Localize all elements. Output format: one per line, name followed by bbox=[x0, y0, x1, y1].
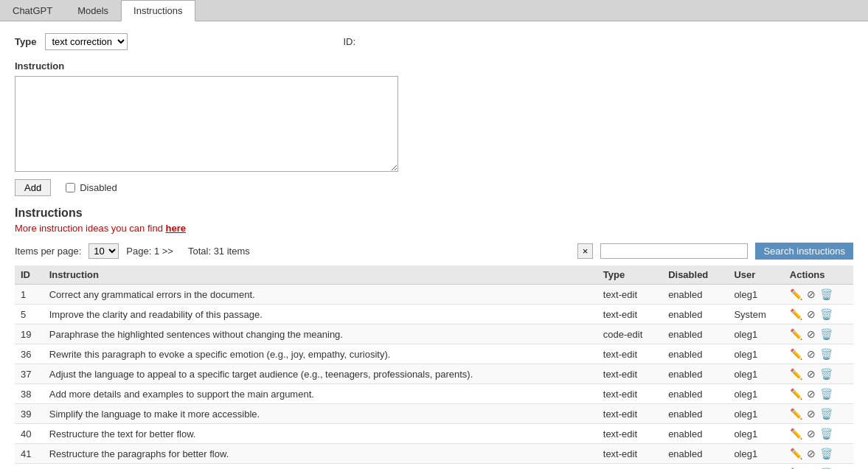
type-row: Type text correctioncode-edittext-edit I… bbox=[15, 33, 853, 50]
instructions-heading: Instructions bbox=[15, 206, 853, 220]
cell-type: text-edit bbox=[597, 444, 662, 464]
col-header-actions: Actions bbox=[784, 265, 853, 285]
cell-user: oleg1 bbox=[728, 384, 783, 404]
cell-user: oleg1 bbox=[728, 344, 783, 364]
page-info: Page: 1 >> bbox=[126, 246, 173, 257]
edit-icon[interactable]: ✏️ bbox=[790, 308, 802, 320]
cell-type: text-edit bbox=[597, 344, 662, 364]
table-row: 36Rewrite this paragraph to evoke a spec… bbox=[15, 344, 853, 364]
edit-icon[interactable]: ✏️ bbox=[790, 348, 802, 360]
cell-instruction: Improve the clarity and readability of t… bbox=[44, 305, 597, 324]
table-row: 40Restructure the text for better flow.t… bbox=[15, 424, 853, 444]
cell-instruction: Restructure the text for better flow. bbox=[44, 424, 597, 444]
delete-icon[interactable]: 🗑️ bbox=[820, 448, 833, 459]
delete-icon[interactable]: 🗑️ bbox=[820, 308, 833, 320]
cell-id: 19 bbox=[15, 324, 44, 344]
delete-icon[interactable]: 🗑️ bbox=[820, 288, 833, 300]
edit-icon[interactable]: ✏️ bbox=[790, 368, 802, 380]
col-header-type: Type bbox=[597, 265, 662, 285]
cell-user: oleg1 bbox=[728, 444, 783, 464]
main-content: Type text correctioncode-edittext-edit I… bbox=[0, 21, 868, 469]
cell-user: oleg1 bbox=[728, 285, 783, 305]
table-row: 41Restructure the paragraphs for better … bbox=[15, 444, 853, 464]
cell-disabled: enabled bbox=[662, 324, 728, 344]
type-select[interactable]: text correctioncode-edittext-edit bbox=[45, 33, 128, 50]
items-per-page-label: Items per page: bbox=[15, 246, 81, 257]
disable-icon[interactable]: ⊘ bbox=[807, 328, 816, 340]
add-button[interactable]: Add bbox=[15, 179, 51, 196]
edit-icon[interactable]: ✏️ bbox=[790, 328, 802, 340]
tab-chatgpt[interactable]: ChatGPT bbox=[0, 0, 65, 21]
cell-id: 5 bbox=[15, 305, 44, 324]
cell-disabled: enabled bbox=[662, 285, 728, 305]
col-header-disabled: Disabled bbox=[662, 265, 728, 285]
tab-instructions[interactable]: Instructions bbox=[121, 0, 195, 21]
delete-icon[interactable]: 🗑️ bbox=[820, 348, 833, 360]
table-row: 38Add more details and examples to suppo… bbox=[15, 384, 853, 404]
id-label: ID: bbox=[343, 36, 355, 47]
delete-icon[interactable]: 🗑️ bbox=[820, 408, 833, 420]
cell-user: oleg1 bbox=[728, 464, 783, 470]
edit-icon[interactable]: ✏️ bbox=[790, 408, 802, 420]
cell-id: 42 bbox=[15, 464, 44, 470]
cell-type: text-edit bbox=[597, 384, 662, 404]
search-input[interactable] bbox=[600, 243, 748, 259]
cell-type: text-edit bbox=[597, 305, 662, 324]
table-row: 37Adjust the language to appeal to a spe… bbox=[15, 364, 853, 384]
cell-actions: ✏️ ⊘ 🗑️ bbox=[784, 404, 853, 424]
col-header-id: ID bbox=[15, 265, 44, 285]
cell-user: System bbox=[728, 305, 783, 324]
instructions-table: IDInstructionTypeDisabledUserActions 1Co… bbox=[15, 265, 853, 469]
cell-type: text-edit bbox=[597, 404, 662, 424]
cell-instruction: Replace repetitive words and phrases. bbox=[44, 464, 597, 470]
cell-instruction: Simplify the language to make it more ac… bbox=[44, 404, 597, 424]
cell-id: 39 bbox=[15, 404, 44, 424]
disabled-checkbox[interactable] bbox=[66, 183, 75, 192]
cell-id: 38 bbox=[15, 384, 44, 404]
cell-disabled: enabled bbox=[662, 464, 728, 470]
disable-icon[interactable]: ⊘ bbox=[807, 448, 816, 459]
col-header-instruction: Instruction bbox=[44, 265, 597, 285]
search-clear-button[interactable]: × bbox=[577, 243, 594, 259]
cell-disabled: enabled bbox=[662, 305, 728, 324]
cell-instruction: Add more details and examples to support… bbox=[44, 384, 597, 404]
disable-icon[interactable]: ⊘ bbox=[807, 348, 816, 360]
cell-user: oleg1 bbox=[728, 364, 783, 384]
cell-instruction: Rewrite this paragraph to evoke a specif… bbox=[44, 344, 597, 364]
edit-icon[interactable]: ✏️ bbox=[790, 288, 802, 300]
delete-icon[interactable]: 🗑️ bbox=[820, 388, 833, 400]
cell-disabled: enabled bbox=[662, 364, 728, 384]
cell-type: text-edit bbox=[597, 424, 662, 444]
disable-icon[interactable]: ⊘ bbox=[807, 308, 816, 320]
cell-id: 1 bbox=[15, 285, 44, 305]
disable-icon[interactable]: ⊘ bbox=[807, 288, 816, 300]
table-row: 1Correct any grammatical errors in the d… bbox=[15, 285, 853, 305]
edit-icon[interactable]: ✏️ bbox=[790, 448, 802, 459]
edit-icon[interactable]: ✏️ bbox=[790, 428, 802, 440]
cell-id: 37 bbox=[15, 364, 44, 384]
more-link[interactable]: here bbox=[166, 223, 186, 234]
cell-user: oleg1 bbox=[728, 424, 783, 444]
items-per-page-select[interactable]: 102550 bbox=[88, 243, 119, 259]
tab-models[interactable]: Models bbox=[65, 0, 121, 21]
disable-icon[interactable]: ⊘ bbox=[807, 408, 816, 420]
disable-icon[interactable]: ⊘ bbox=[807, 388, 816, 400]
table-body: 1Correct any grammatical errors in the d… bbox=[15, 285, 853, 470]
cell-instruction: Restructure the paragraphs for better fl… bbox=[44, 444, 597, 464]
cell-user: oleg1 bbox=[728, 324, 783, 344]
search-button[interactable]: Search instructions bbox=[755, 243, 853, 260]
disable-icon[interactable]: ⊘ bbox=[807, 368, 816, 380]
cell-disabled: enabled bbox=[662, 424, 728, 444]
instruction-textarea[interactable] bbox=[15, 76, 398, 172]
delete-icon[interactable]: 🗑️ bbox=[820, 368, 833, 380]
disable-icon[interactable]: ⊘ bbox=[807, 428, 816, 440]
cell-disabled: enabled bbox=[662, 344, 728, 364]
delete-icon[interactable]: 🗑️ bbox=[820, 428, 833, 440]
edit-icon[interactable]: ✏️ bbox=[790, 388, 802, 400]
cell-actions: ✏️ ⊘ 🗑️ bbox=[784, 424, 853, 444]
pagination-row: Items per page: 102550 Page: 1 >> Total:… bbox=[15, 243, 853, 260]
more-text: More instruction ideas you can find bbox=[15, 223, 166, 234]
instruction-label: Instruction bbox=[15, 60, 853, 72]
delete-icon[interactable]: 🗑️ bbox=[820, 328, 833, 340]
cell-id: 41 bbox=[15, 444, 44, 464]
